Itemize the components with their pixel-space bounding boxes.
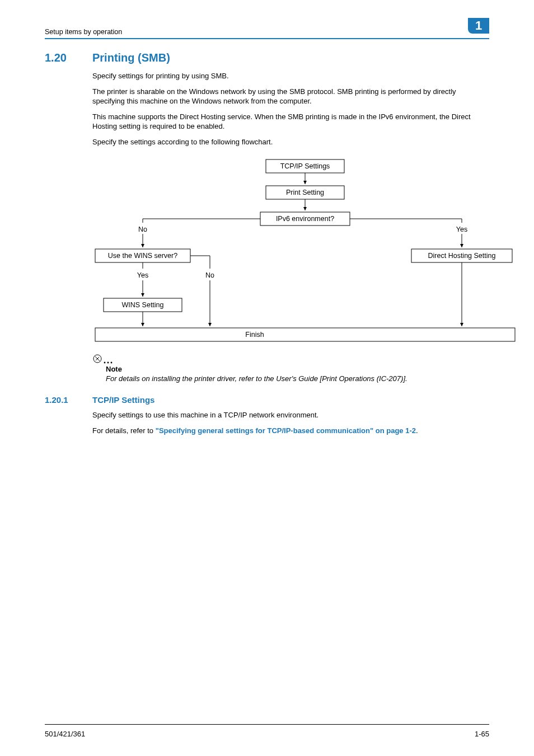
footer-rule [45,724,489,725]
flow-label-wins-yes: Yes [137,271,148,279]
paragraph: Specify settings for printing by using S… [92,71,484,81]
paragraph: For details, refer to "Specifying genera… [92,426,484,436]
page-header: Setup items by operation 1 [45,20,489,36]
chapter-number-badge: 1 [468,18,489,34]
flow-box-ipv6-question: IPv6 environment? [276,215,334,223]
svg-point-26 [107,362,109,364]
note-title: Note [106,365,489,373]
note-body: For details on installing the printer dr… [106,374,489,383]
running-header: Setup items by operation [45,28,122,36]
flow-box-wins-setting: WINS Setting [121,302,163,309]
paragraph: The printer is sharable on the Windows n… [92,87,484,106]
section-number: 1.20 [45,51,92,64]
flow-label-wins-no: No [205,271,214,279]
footer-page-number: 1-65 [475,730,489,738]
svg-point-25 [104,362,106,364]
subsection-body: Specify settings to use this machine in … [92,410,489,435]
section-heading: 1.20 Printing (SMB) [45,51,489,64]
section-title: Printing (SMB) [92,51,170,64]
svg-point-27 [111,362,113,364]
page-footer: 501/421/361 1-65 [45,730,489,738]
paragraph: Specify the settings according to the fo… [92,137,484,147]
text: . [416,426,418,435]
flow-box-direct-hosting: Direct Hosting Setting [428,252,496,260]
page: Setup items by operation 1 1.20 Printing… [0,0,534,756]
flow-box-wins-question: Use the WINS server? [108,252,177,260]
subsection-number: 1.20.1 [45,395,92,405]
cross-reference-link[interactable]: "Specifying general settings for TCP/IP-… [156,426,416,435]
subsection-title: TCP/IP Settings [92,395,154,405]
flow-box-print-setting: Print Setting [286,189,324,197]
paragraph: This machine supports the Direct Hosting… [92,112,484,132]
note-block: Note For details on installing the print… [92,354,489,383]
paragraph: Specify settings to use this machine in … [92,410,484,420]
flow-label-no: No [138,226,147,233]
header-rule [45,38,489,39]
section-body: Specify settings for printing by using S… [92,71,489,147]
flowchart-svg: TCP/IP Settings Print Setting IPv6 envir… [92,157,518,347]
svg-rect-21 [95,328,515,341]
flow-label-yes: Yes [456,226,467,233]
flow-box-tcpip: TCP/IP Settings [280,163,330,171]
text: For details, refer to [92,426,156,435]
flow-box-finish: Finish [245,331,264,339]
subsection-heading: 1.20.1 TCP/IP Settings [45,395,489,405]
footer-model: 501/421/361 [45,730,85,738]
flowchart: TCP/IP Settings Print Setting IPv6 envir… [92,157,489,347]
